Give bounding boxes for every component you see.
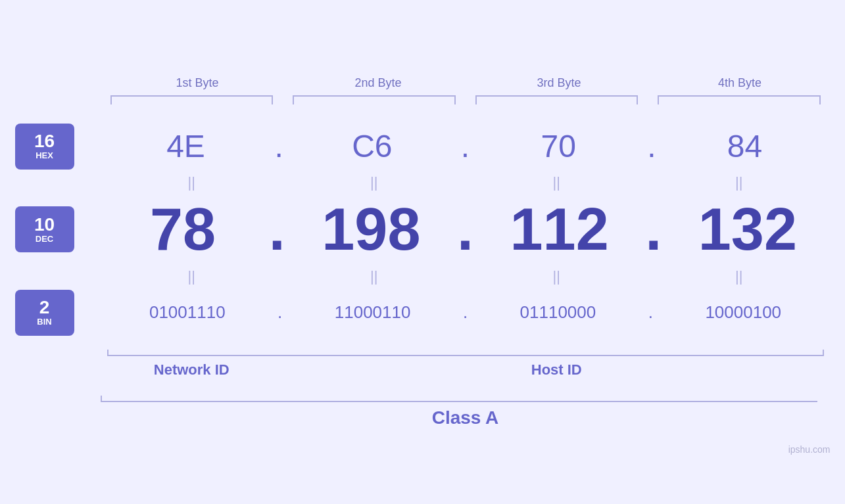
dec-base-num: 10: [34, 216, 55, 234]
bin-base-num: 2: [39, 298, 50, 317]
dec-base-label: DEC: [36, 234, 53, 244]
bracket-byte2: [293, 95, 456, 107]
dot-dec-2: .: [457, 196, 473, 263]
eq-row-2: || || || ||: [15, 263, 831, 290]
network-bracket: [101, 346, 283, 356]
eq-7: ||: [466, 268, 648, 285]
hex-val-3: 70: [473, 128, 644, 164]
dot-hex-1: .: [275, 128, 283, 164]
hex-val-2: C6: [287, 128, 458, 164]
byte-header-2: 2nd Byte: [288, 76, 469, 90]
bin-val-3: 01110000: [471, 302, 645, 323]
hex-badge: 16 HEX: [15, 124, 74, 170]
eq-2: ||: [283, 174, 466, 191]
dot-bin-1: .: [278, 302, 282, 323]
bin-base-label: BIN: [37, 317, 51, 327]
byte-header-1: 1st Byte: [107, 76, 288, 90]
id-labels: Network ID Host ID: [101, 361, 831, 378]
dec-values: 78 . 198 . 112 . 132: [101, 196, 831, 263]
hex-val-1: 4E: [101, 128, 272, 164]
dot-dec-3: .: [645, 196, 662, 263]
hex-val-4: 84: [660, 128, 831, 164]
dec-row: 10 DEC 78 . 198 . 112 . 132: [15, 196, 831, 263]
bin-badge: 2 BIN: [15, 290, 74, 336]
eq-3: ||: [466, 174, 648, 191]
host-bracket: [283, 346, 831, 356]
byte-header-4: 4th Byte: [650, 76, 831, 90]
host-id-label: Host ID: [283, 361, 831, 378]
byte-header-3: 3rd Byte: [469, 76, 650, 90]
dot-hex-3: .: [647, 128, 656, 164]
class-bracket: [101, 392, 831, 402]
class-label: Class A: [15, 407, 831, 428]
bin-row: 2 BIN 01001110 . 11000110 . 01110000 . 1…: [15, 290, 831, 336]
eq-5: ||: [101, 268, 283, 285]
bin-values: 01001110 . 11000110 . 01110000 . 1000010…: [101, 302, 831, 323]
bottom-section: Network ID Host ID: [15, 346, 831, 378]
bracket-byte1: [110, 95, 274, 107]
hex-values: 4E . C6 . 70 . 84: [101, 128, 831, 164]
bin-val-1: 01001110: [101, 302, 275, 323]
eq-6: ||: [283, 268, 466, 285]
dot-hex-2: .: [461, 128, 470, 164]
class-row: Class A: [15, 392, 831, 428]
dot-dec-1: .: [269, 196, 285, 263]
eq-4: ||: [648, 174, 831, 191]
dec-val-4: 132: [665, 196, 830, 263]
dec-badge: 10 DEC: [15, 206, 74, 252]
dot-bin-3: .: [648, 302, 653, 323]
eq-row-1: || || || ||: [15, 170, 831, 196]
bin-val-4: 10000100: [656, 302, 831, 323]
dec-val-3: 112: [477, 196, 642, 263]
bin-val-2: 11000110: [285, 302, 460, 323]
eq-1: ||: [101, 174, 283, 191]
bracket-byte3: [475, 95, 639, 107]
hex-row: 16 HEX 4E . C6 . 70 . 84: [15, 124, 831, 170]
network-id-label: Network ID: [101, 361, 283, 378]
hex-base-label: HEX: [36, 150, 53, 160]
hex-base-num: 16: [34, 132, 55, 150]
dec-val-1: 78: [101, 196, 266, 263]
id-brackets: [101, 346, 831, 356]
bracket-byte4: [658, 95, 821, 107]
eq-8: ||: [648, 268, 831, 285]
dot-bin-2: .: [463, 302, 468, 323]
watermark: ipshu.com: [788, 444, 831, 455]
dec-val-2: 198: [289, 196, 454, 263]
